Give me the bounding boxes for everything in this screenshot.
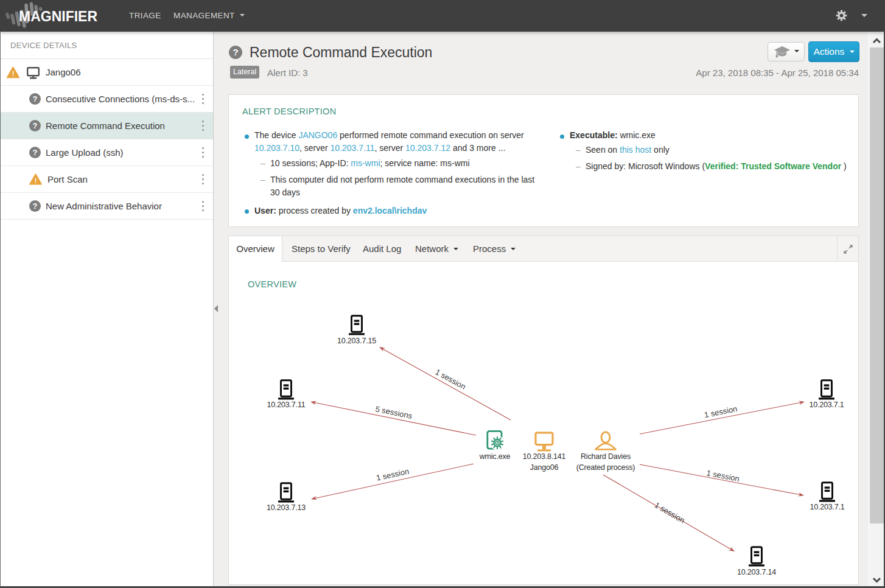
svg-text:5 sessions: 5 sessions [374,404,413,421]
svg-text:!: ! [12,70,15,77]
svg-text:1 session: 1 session [704,404,738,419]
svg-text:1 session: 1 session [376,466,410,482]
svg-text:1 session: 1 session [705,468,740,483]
svg-text:1 session: 1 session [653,500,687,525]
svg-text:1 session: 1 session [434,367,467,391]
svg-text:!: ! [35,177,37,184]
